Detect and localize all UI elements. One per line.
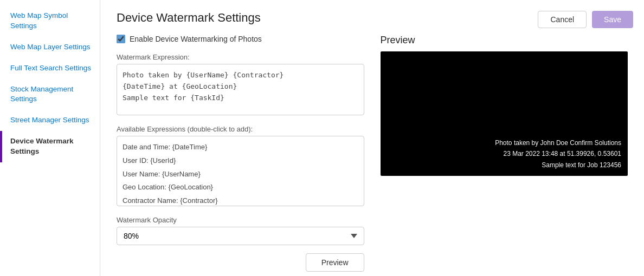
enable-watermark-label: Enable Device Watermarking of Photos xyxy=(130,35,262,43)
save-button[interactable]: Save xyxy=(592,11,633,28)
expression-textarea[interactable] xyxy=(117,64,364,115)
available-expression-item[interactable]: Date and Time: {DateTime} xyxy=(123,141,358,154)
sidebar-item-device-watermark[interactable]: Device Watermark Settings xyxy=(0,131,100,162)
sidebar-item-full-text-search[interactable]: Full Text Search Settings xyxy=(0,58,100,79)
opacity-label: Watermark Opacity xyxy=(117,216,364,224)
opacity-select[interactable]: 10%20%30%40%50%60%70%80%90%100% xyxy=(117,227,364,245)
available-expressions-label: Available Expressions (double-click to a… xyxy=(117,125,364,133)
enable-watermark-checkbox[interactable] xyxy=(117,35,125,43)
preview-line3: Sample text for Job 123456 xyxy=(495,160,621,170)
sidebar: Web Map Symbol SettingsWeb Map Layer Set… xyxy=(0,0,100,276)
sidebar-item-street-manager[interactable]: Street Manager Settings xyxy=(0,110,100,131)
preview-title: Preview xyxy=(381,35,628,46)
header-actions: Cancel Save xyxy=(538,11,633,28)
preview-image: Photo taken by John Doe Confirm Solution… xyxy=(381,51,628,176)
available-expression-item[interactable]: Contractor Name: {Contractor} xyxy=(123,194,358,206)
available-expressions-list: Date and Time: {DateTime}User ID: {UserI… xyxy=(117,136,364,206)
right-panel: Preview Photo taken by John Doe Confirm … xyxy=(381,35,628,272)
sidebar-item-web-map-symbol[interactable]: Web Map Symbol Settings xyxy=(0,5,100,37)
sidebar-item-stock-management[interactable]: Stock Management Settings xyxy=(0,79,100,110)
left-panel: Enable Device Watermarking of Photos Wat… xyxy=(117,35,364,272)
preview-button[interactable]: Preview xyxy=(306,253,364,272)
sidebar-item-web-map-layer[interactable]: Web Map Layer Settings xyxy=(0,37,100,58)
expression-label: Watermark Expression: xyxy=(117,53,364,61)
preview-watermark-text: Photo taken by John Doe Confirm Solution… xyxy=(488,132,628,176)
preview-line2: 23 Mar 2022 13:48 at 51.39926, 0.53601 xyxy=(495,148,621,159)
available-expression-item[interactable]: User Name: {UserName} xyxy=(123,168,358,181)
available-expression-item[interactable]: User ID: {UserId} xyxy=(123,154,358,168)
main-content: Device Watermark Settings Cancel Save En… xyxy=(100,0,644,276)
cancel-button[interactable]: Cancel xyxy=(538,11,587,28)
content-split: Enable Device Watermarking of Photos Wat… xyxy=(117,35,628,272)
available-expression-item[interactable]: Geo Location: {GeoLocation} xyxy=(123,181,358,194)
enable-watermark-row: Enable Device Watermarking of Photos xyxy=(117,35,364,43)
preview-line1: Photo taken by John Doe Confirm Solution… xyxy=(495,137,621,148)
